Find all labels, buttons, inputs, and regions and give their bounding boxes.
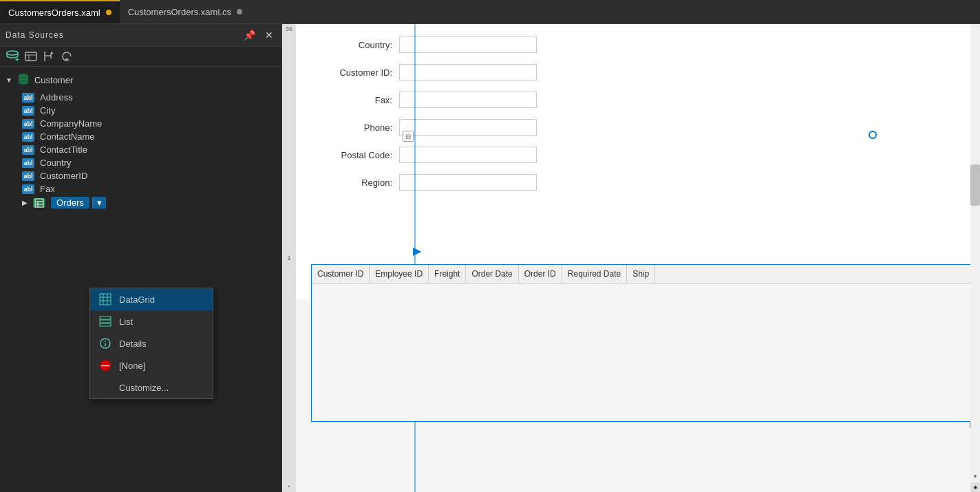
svg-point-25 — [105, 341, 106, 342]
menu-item-datagrid[interactable]: DataGrid — [90, 288, 213, 310]
scrollbar-v[interactable]: ▼ ⊕ — [970, 24, 980, 492]
label-fax: Fax: — [310, 95, 392, 105]
tab-cs-label: CustomersOrders.xaml.cs — [128, 7, 231, 17]
menu-item-customize[interactable]: Customize... — [90, 376, 213, 398]
ruler-num-2: 1 — [287, 253, 290, 263]
field-icon-city: abl — [22, 106, 34, 116]
tree-children: abl Address abl City abl CompanyName abl… — [0, 91, 281, 210]
field-icon-contactname: abl — [22, 132, 34, 142]
label-customerid: Customer ID: — [310, 67, 392, 78]
label-region: Region: — [310, 178, 392, 188]
tab-customers-orders-xaml-cs[interactable]: CustomersOrders.xaml.cs — [120, 0, 251, 23]
label-country: Country: — [310, 40, 392, 50]
menu-item-details[interactable]: Details — [90, 332, 213, 354]
ruler-num-3: * — [288, 482, 290, 492]
field-icon-companyname: abl — [22, 119, 34, 129]
field-icon-fax: abl — [22, 184, 34, 194]
add-datasource-button[interactable]: + — [6, 50, 19, 63]
svg-rect-2 — [25, 52, 36, 61]
tree-item-companyname[interactable]: abl CompanyName — [17, 117, 281, 130]
orders-dropdown-arrow[interactable]: ▾ — [92, 197, 106, 208]
svg-marker-5 — [51, 52, 54, 54]
form-row-country: Country: — [310, 31, 966, 58]
input-customerid[interactable] — [399, 64, 537, 81]
datagrid-container: Customer ID Employee ID Freight Order Da… — [311, 261, 973, 425]
scrollbar-end[interactable]: ⊕ — [970, 482, 980, 492]
panel-title: Data Sources — [6, 30, 237, 40]
configure-button[interactable] — [43, 50, 55, 63]
col-customerid: Customer ID — [312, 265, 370, 283]
orders-label[interactable]: Orders — [51, 197, 89, 208]
tree-item-label: City — [40, 105, 55, 116]
input-postalcode[interactable] — [399, 147, 537, 163]
field-icon-contacttitle: abl — [22, 145, 34, 155]
tree-root-customer[interactable]: Customer — [0, 69, 281, 91]
left-panel: Data Sources 📌 ✕ + — [0, 24, 282, 492]
red-circle-icon: — — [100, 360, 111, 371]
datagrid[interactable]: Customer ID Employee ID Freight Order Da… — [311, 264, 973, 422]
col-orderdate: Order Date — [466, 265, 518, 283]
main-content: Data Sources 📌 ✕ + — [0, 24, 980, 492]
selection-arrow: ▶ — [413, 244, 421, 257]
details-icon — [98, 336, 112, 350]
customize-icon — [98, 381, 112, 394]
pin-icon[interactable]: 📌 — [241, 28, 258, 42]
col-orderid: Order ID — [519, 265, 562, 283]
tree-item-label: ContactName — [40, 131, 94, 142]
menu-item-list[interactable]: List — [90, 310, 213, 332]
form-area: Country: Customer ID: Fax: — [296, 24, 980, 299]
input-phone[interactable] — [399, 119, 537, 136]
scrollbar-thumb[interactable] — [970, 164, 980, 206]
svg-marker-6 — [64, 58, 70, 61]
designer-content: 36 1 * Country: — [282, 24, 980, 492]
tree-item-country[interactable]: abl Country — [17, 156, 281, 169]
menu-details-label: Details — [119, 339, 147, 349]
menu-datagrid-label: DataGrid — [119, 295, 155, 305]
tree-item-label: Country — [40, 158, 72, 168]
circle-marker — [869, 131, 877, 139]
svg-rect-22 — [100, 320, 111, 323]
tree-item-customerid[interactable]: abl CustomerID — [17, 169, 281, 182]
field-icon-customerid: abl — [22, 171, 34, 181]
datagrid-body — [312, 284, 972, 421]
menu-item-none[interactable]: — [None] — [90, 354, 213, 376]
input-region[interactable] — [399, 174, 537, 191]
tree-item-label: CompanyName — [40, 118, 102, 129]
tree-item-label: ContactTitle — [40, 145, 87, 155]
tree-item-fax[interactable]: abl Fax — [17, 182, 281, 195]
tree-item-label: Fax — [40, 184, 55, 194]
tree-content: Customer abl Address abl City abl Compan… — [0, 67, 281, 492]
field-icon-country: abl — [22, 158, 34, 168]
tree-item-label: Address — [40, 92, 73, 103]
tree-item-address[interactable]: abl Address — [17, 91, 281, 104]
form-row-customerid: Customer ID: — [310, 58, 966, 86]
connector-icon: ⊟ — [403, 131, 414, 142]
svg-text:+: + — [15, 56, 19, 63]
menu-none-label: [None] — [119, 361, 145, 371]
field-icon-address: abl — [22, 93, 34, 103]
form-row-region: Region: — [310, 169, 966, 196]
input-fax[interactable] — [399, 92, 537, 108]
input-country[interactable] — [399, 36, 537, 53]
title-bar: CustomersOrders.xaml CustomersOrders.xam… — [0, 0, 980, 24]
tab-cs-dot — [237, 9, 242, 14]
close-icon[interactable]: ✕ — [262, 28, 276, 42]
refresh-button[interactable] — [61, 50, 73, 63]
ruler-left: 36 1 * — [282, 24, 296, 492]
tab-modified-dot — [106, 10, 111, 15]
tree-item-contactname[interactable]: abl ContactName — [17, 130, 281, 143]
tab-customers-orders-xaml[interactable]: CustomersOrders.xaml — [0, 0, 120, 23]
tree-item-orders[interactable]: ▶ Orders ▾ — [17, 195, 281, 210]
datagrid-icon — [98, 292, 112, 306]
dropdown-menu: DataGrid List — [89, 288, 213, 399]
svg-rect-23 — [100, 323, 111, 326]
form-row-fax: Fax: — [310, 86, 966, 114]
orders-expand-arrow[interactable]: ▶ — [22, 199, 28, 206]
scrollbar-down-arrow[interactable]: ▼ — [972, 473, 978, 480]
edit-datasource-button[interactable] — [25, 50, 37, 63]
tree-item-city[interactable]: abl City — [17, 104, 281, 117]
col-freight: Freight — [429, 265, 466, 283]
tree-item-contacttitle[interactable]: abl ContactTitle — [17, 143, 281, 156]
svg-point-0 — [7, 51, 18, 55]
tree-root-label: Customer — [34, 75, 73, 85]
